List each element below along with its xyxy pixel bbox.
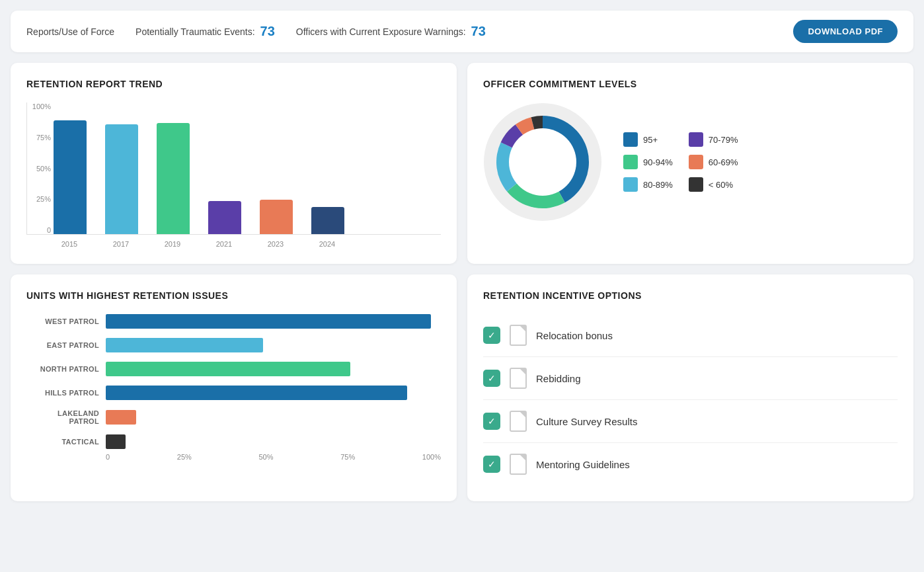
- trend-chart: 0 25% 50% 75% 100% 201520172019202120232…: [26, 102, 441, 248]
- legend-label: 80-89%: [643, 180, 673, 190]
- x-label: 2021: [208, 240, 241, 248]
- legend-item: 90-94%: [623, 155, 673, 169]
- h-bar-track: [106, 362, 441, 376]
- x-axis: 201520172019202120232024: [26, 240, 441, 248]
- legend-label: < 60%: [709, 180, 733, 190]
- main-grid: RETENTION REPORT TREND 0 25% 50% 75% 100…: [11, 63, 913, 501]
- y-label-75: 75%: [27, 134, 51, 142]
- topbar-label3: Officers with Current Exposure Warnings:: [296, 26, 466, 37]
- h-axis-25: 25%: [177, 453, 192, 461]
- legend-item: 80-89%: [623, 177, 673, 192]
- bottom-row: UNITS WITH HIGHEST RETENTION ISSUES WEST…: [11, 274, 913, 501]
- commitment-title: OFFICER COMMITMENT LEVELS: [483, 79, 898, 89]
- bar: [105, 124, 138, 235]
- incentive-item: ✓ Relocation bonus: [483, 314, 898, 357]
- incentive-list: ✓ Relocation bonus ✓ Rebidding ✓ Culture…: [483, 314, 898, 485]
- svg-point-1: [509, 128, 576, 196]
- file-icon: [510, 454, 527, 475]
- x-label: 2023: [259, 240, 292, 248]
- bar: [54, 120, 87, 234]
- exposure-warnings-value: 73: [471, 24, 486, 39]
- legend-label: 60-69%: [709, 157, 738, 167]
- bar-chart-area: 0 25% 50% 75% 100%: [26, 102, 441, 235]
- donut-legend: 95+70-79%90-94%60-69%80-89%< 60%: [623, 132, 738, 192]
- h-bar-label: NORTH PATROL: [26, 365, 99, 373]
- bar: [260, 200, 293, 234]
- units-title: UNITS WITH HIGHEST RETENTION ISSUES: [26, 290, 441, 301]
- h-axis-75: 75%: [340, 453, 355, 461]
- incentive-item: ✓ Culture Survey Results: [483, 400, 898, 443]
- incentive-item: ✓ Rebidding: [483, 357, 898, 400]
- donut-section: 95+70-79%90-94%60-69%80-89%< 60%: [483, 102, 898, 222]
- retention-trend-title: RETENTION REPORT TREND: [26, 79, 441, 89]
- bar-group: [105, 124, 138, 235]
- officer-commitment-card: OFFICER COMMITMENT LEVELS 95+70-79%90-94…: [467, 63, 913, 264]
- legend-color: [623, 155, 638, 169]
- y-label-50: 50%: [27, 165, 51, 173]
- h-bar-row: NORTH PATROL: [26, 362, 441, 376]
- h-bar-track: [106, 386, 441, 400]
- topbar-label1: Reports/Use of Force: [26, 26, 114, 37]
- legend-item: 95+: [623, 132, 673, 147]
- donut-chart: [483, 102, 602, 222]
- h-axis: 0 25% 50% 75% 100%: [26, 453, 441, 461]
- x-label: 2024: [311, 240, 344, 248]
- bar: [157, 123, 190, 234]
- check-icon: ✓: [483, 456, 500, 473]
- file-icon: [510, 325, 527, 346]
- legend-item: 70-79%: [689, 132, 738, 147]
- units-card: UNITS WITH HIGHEST RETENTION ISSUES WEST…: [11, 274, 457, 501]
- bar-group: [157, 123, 190, 234]
- bar: [208, 201, 241, 234]
- h-bar-fill: [106, 410, 136, 425]
- top-bar: Reports/Use of Force Potentially Traumat…: [11, 11, 913, 52]
- x-label: 2017: [104, 240, 137, 248]
- legend-label: 70-79%: [709, 135, 738, 145]
- legend-label: 90-94%: [643, 157, 673, 167]
- h-bar-fill: [106, 338, 263, 352]
- h-bar-track: [106, 314, 441, 329]
- incentive-text: Rebidding: [536, 373, 898, 384]
- incentive-title: RETENTION INCENTIVE OPTIONS: [483, 290, 898, 301]
- file-icon: [510, 368, 527, 389]
- bar-group: [260, 200, 293, 234]
- legend-color: [689, 132, 703, 147]
- h-bar-track: [106, 434, 441, 449]
- h-bar-row: WEST PATROL: [26, 314, 441, 329]
- h-bar-row: TACTICAL: [26, 434, 441, 449]
- bar-group: [54, 120, 87, 234]
- bar-group: [208, 201, 241, 234]
- h-axis-0: 0: [106, 453, 110, 461]
- h-bar-fill: [106, 386, 407, 400]
- h-bar-fill: [106, 314, 431, 329]
- traumatic-events-value: 73: [260, 24, 275, 39]
- h-bar-track: [106, 338, 441, 352]
- exposure-warnings-group: Officers with Current Exposure Warnings:…: [296, 24, 486, 39]
- h-bar-track: [106, 410, 441, 425]
- h-bar-row: HILLS PATROL: [26, 386, 441, 400]
- y-labels: 0 25% 50% 75% 100%: [27, 102, 51, 234]
- legend-color: [689, 177, 703, 192]
- incentive-card: RETENTION INCENTIVE OPTIONS ✓ Relocation…: [467, 274, 913, 501]
- h-bar-fill: [106, 362, 350, 376]
- h-axis-100: 100%: [422, 453, 441, 461]
- x-label: 2015: [53, 240, 86, 248]
- h-axis-50: 50%: [258, 453, 273, 461]
- horizontal-chart: WEST PATROL EAST PATROL NORTH PATROL HIL…: [26, 314, 441, 449]
- x-label: 2019: [156, 240, 189, 248]
- download-pdf-button[interactable]: DOWNLOAD PDF: [793, 20, 898, 43]
- topbar-label2: Potentially Traumatic Events:: [135, 26, 255, 37]
- bar-group: [311, 207, 344, 234]
- legend-color: [689, 155, 703, 169]
- incentive-item: ✓ Mentoring Guidelines: [483, 443, 898, 485]
- h-bar-label: EAST PATROL: [26, 341, 99, 349]
- bar: [311, 207, 344, 234]
- y-label-100: 100%: [27, 102, 51, 110]
- legend-item: 60-69%: [689, 155, 738, 169]
- legend-label: 95+: [643, 135, 658, 145]
- legend-color: [623, 132, 638, 147]
- h-bar-label: TACTICAL: [26, 438, 99, 446]
- check-icon: ✓: [483, 370, 500, 387]
- incentive-text: Mentoring Guidelines: [536, 459, 898, 470]
- retention-trend-card: RETENTION REPORT TREND 0 25% 50% 75% 100…: [11, 63, 457, 264]
